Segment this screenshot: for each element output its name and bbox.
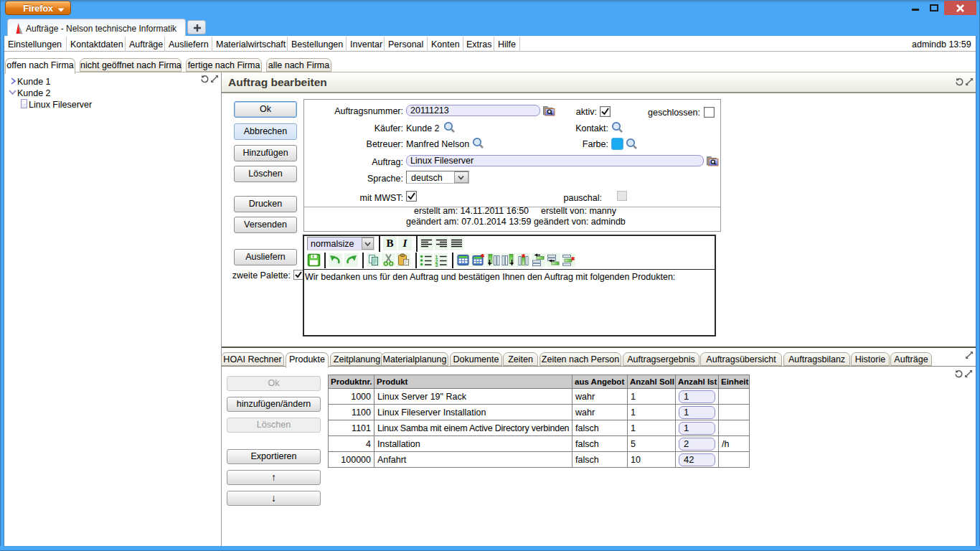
svg-text:3: 3 [435, 263, 438, 267]
